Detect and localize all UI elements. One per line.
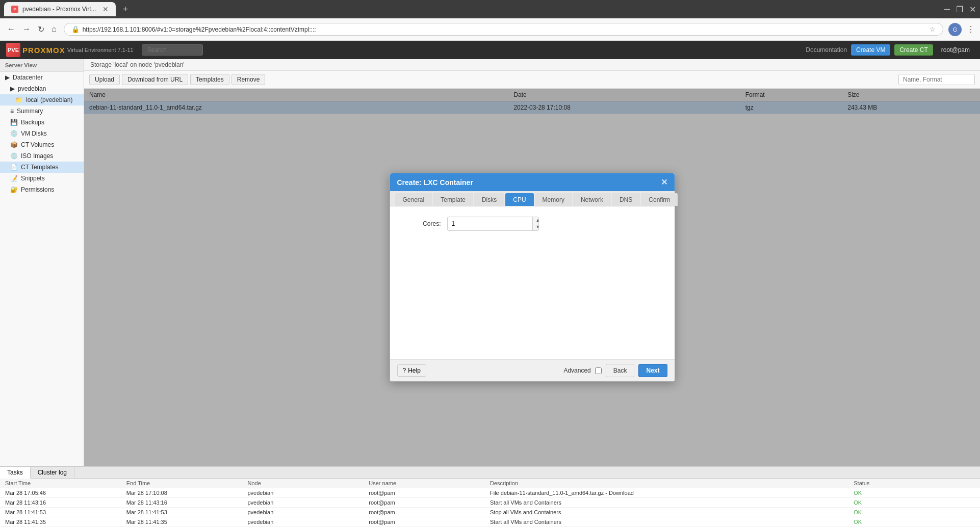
row-end: Mar 28 17:10:08 [126,490,248,496]
create-vm-button[interactable]: Create VM [851,44,890,56]
tab-template[interactable]: Template [433,193,473,206]
sidebar-nav-snippets[interactable]: 📝 Snippets [0,173,84,184]
row-node: pvedebian [248,499,369,506]
upload-button[interactable]: Upload [89,74,120,85]
sidebar-item-datacenter[interactable]: ▶ Datacenter [0,72,84,83]
pve-search-input[interactable] [142,44,203,56]
row-start: Mar 28 11:41:53 [5,509,126,515]
minimize-icon[interactable]: ─ [944,5,950,14]
create-ct-button[interactable]: Create CT [894,44,933,56]
lock-icon: 🔒 [71,25,80,33]
tab-title: pvedebian - Proxmox Virt... [22,6,96,13]
sidebar-nav-permissions[interactable]: 🔐 Permissions [0,184,84,195]
modal-header: Create: LXC Container ✕ [390,173,675,191]
cluster-log-tab[interactable]: Cluster log [31,467,74,478]
create-lxc-modal: Create: LXC Container ✕ General Template… [390,173,675,382]
col-user: User name [369,480,490,486]
bottom-table-row[interactable]: Mar 28 11:41:35 Mar 28 11:41:35 pvedebia… [0,517,980,527]
sidebar-nav-vm-disks[interactable]: 💿 VM Disks [0,128,84,139]
row-end: Mar 28 11:41:53 [126,509,248,515]
user-avatar: G [948,23,962,36]
bottom-panel: Tasks Cluster log Start Time End Time No… [0,466,980,527]
user-label: root@pam [937,44,974,56]
reload-nav-button[interactable]: ↻ [36,22,46,36]
row-user: root@pam [369,490,490,496]
tasks-tab[interactable]: Tasks [0,467,31,479]
sidebar-item-local[interactable]: 📁 local (pvedebian) [0,94,84,106]
tab-close-btn[interactable]: ✕ [102,5,109,13]
window-controls: ─ ❐ ✕ [944,5,976,14]
advanced-checkbox[interactable] [595,367,602,374]
ct-templates-icon: 📄 [10,164,18,171]
local-label: local (pvedebian) [26,96,72,103]
templates-button[interactable]: Templates [190,74,229,85]
bottom-table-row[interactable]: Mar 28 11:41:53 Mar 28 11:41:53 pvedebia… [0,508,980,517]
pvedebian-label: pvedebian [18,85,46,92]
bookmark-icon[interactable]: ☆ [930,25,936,33]
documentation-link[interactable]: Documentation [806,46,847,54]
tab-dns[interactable]: DNS [612,193,640,206]
pvedebian-icon: ▶ [10,85,15,92]
tab-confirm[interactable]: Confirm [641,193,678,206]
toolbar-search [895,74,975,85]
summary-label: Summary [17,108,43,115]
back-nav-button[interactable]: ← [5,22,17,36]
url-bar[interactable]: 🔒 https://192.168.1.101:8006/#v1:0=stora… [64,23,943,36]
col-description: Description [490,480,854,486]
cores-increment-btn[interactable]: ▲ [533,217,539,224]
tab-cpu[interactable]: CPU [505,193,533,206]
modal-title: Create: LXC Container [397,178,473,187]
row-status: OK [854,509,975,515]
download-url-button[interactable]: Download from URL [122,74,188,85]
sidebar-item-pvedebian[interactable]: ▶ pvedebian [0,83,84,94]
row-desc: Start all VMs and Containers [490,519,854,525]
bottom-table-row[interactable]: Mar 28 11:43:16 Mar 28 11:43:16 pvedebia… [0,498,980,508]
next-button[interactable]: Next [638,364,667,377]
row-status: OK [854,519,975,525]
tab-memory[interactable]: Memory [535,193,572,206]
extensions-icon[interactable]: ⋮ [967,24,975,34]
col-start-time: Start Time [5,480,126,486]
sidebar-nav-backups[interactable]: 💾 Backups [0,117,84,128]
cores-input[interactable] [448,218,532,229]
modal-help-button[interactable]: ? Help [397,364,426,377]
iso-images-label: ISO Images [21,152,53,160]
cores-decrement-btn[interactable]: ▼ [533,224,539,230]
local-icon: 📁 [15,96,23,103]
sidebar-nav-ct-volumes[interactable]: 📦 CT Volumes [0,139,84,150]
tab-disks[interactable]: Disks [474,193,504,206]
modal-overlay: Create: LXC Container ✕ General Template… [84,89,980,466]
row-desc: Stop all VMs and Containers [490,509,854,515]
sidebar-nav-summary[interactable]: ≡ Summary [0,106,84,117]
browser-tab[interactable]: P pvedebian - Proxmox Virt... ✕ [4,2,116,16]
ct-volumes-label: CT Volumes [21,141,54,148]
bottom-table-row[interactable]: Mar 28 17:05:46 Mar 28 17:10:08 pvedebia… [0,488,980,498]
close-icon[interactable]: ✕ [969,5,976,14]
tab-general[interactable]: General [395,193,432,206]
cores-spinner[interactable]: ▲ ▼ [447,217,539,231]
row-user: root@pam [369,509,490,515]
backups-label: Backups [21,119,44,126]
row-user: root@pam [369,519,490,525]
sidebar-nav-ct-templates[interactable]: 📄 CT Templates [0,162,84,173]
search-input[interactable] [898,74,975,85]
row-start: Mar 28 17:05:46 [5,490,126,496]
advanced-label: Advanced [563,367,590,374]
modal-close-button[interactable]: ✕ [661,177,667,187]
pve-logo-text: PROXMOX [22,46,65,55]
remove-button[interactable]: Remove [231,74,266,85]
sidebar-nav-iso-images[interactable]: 💿 ISO Images [0,150,84,162]
ct-volumes-icon: 📦 [10,141,18,148]
home-nav-button[interactable]: ⌂ [49,22,59,36]
cores-label: Cores: [400,220,441,227]
back-button[interactable]: Back [606,364,635,377]
forward-nav-button[interactable]: → [20,22,33,36]
tab-network[interactable]: Network [573,193,611,206]
datacenter-icon: ▶ [5,74,10,81]
snippets-label: Snippets [21,175,45,182]
col-node: Node [248,480,369,486]
nav-buttons: ← → ↻ ⌂ [5,22,59,36]
row-desc: Start all VMs and Containers [490,499,854,506]
restore-icon[interactable]: ❐ [956,5,963,14]
new-tab-button[interactable]: + [120,4,132,15]
